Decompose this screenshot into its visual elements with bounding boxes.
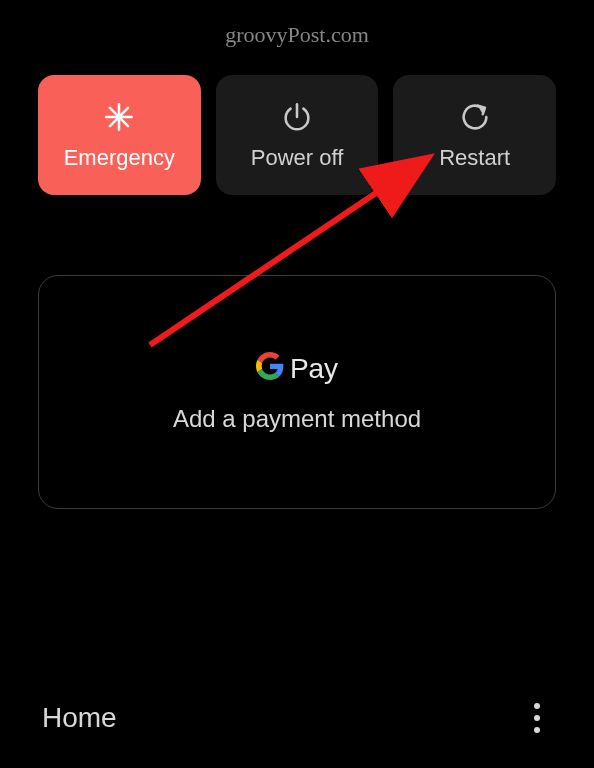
google-g-icon — [256, 352, 284, 387]
power-off-label: Power off — [251, 145, 344, 171]
restart-icon — [457, 99, 493, 135]
gpay-text: Pay — [290, 353, 338, 385]
emergency-label: Emergency — [64, 145, 175, 171]
gpay-logo: Pay — [256, 352, 338, 387]
power-off-button[interactable]: Power off — [216, 75, 379, 195]
more-dots-icon — [534, 703, 540, 709]
restart-label: Restart — [439, 145, 510, 171]
power-icon — [279, 99, 315, 135]
home-label[interactable]: Home — [42, 702, 117, 734]
restart-button[interactable]: Restart — [393, 75, 556, 195]
emergency-icon — [101, 99, 137, 135]
watermark-text: groovyPost.com — [225, 22, 369, 48]
bottom-bar: Home — [0, 698, 594, 738]
gpay-card[interactable]: Pay Add a payment method — [38, 275, 556, 509]
emergency-button[interactable]: Emergency — [38, 75, 201, 195]
gpay-subtitle: Add a payment method — [173, 405, 421, 433]
more-menu-button[interactable] — [522, 698, 552, 738]
